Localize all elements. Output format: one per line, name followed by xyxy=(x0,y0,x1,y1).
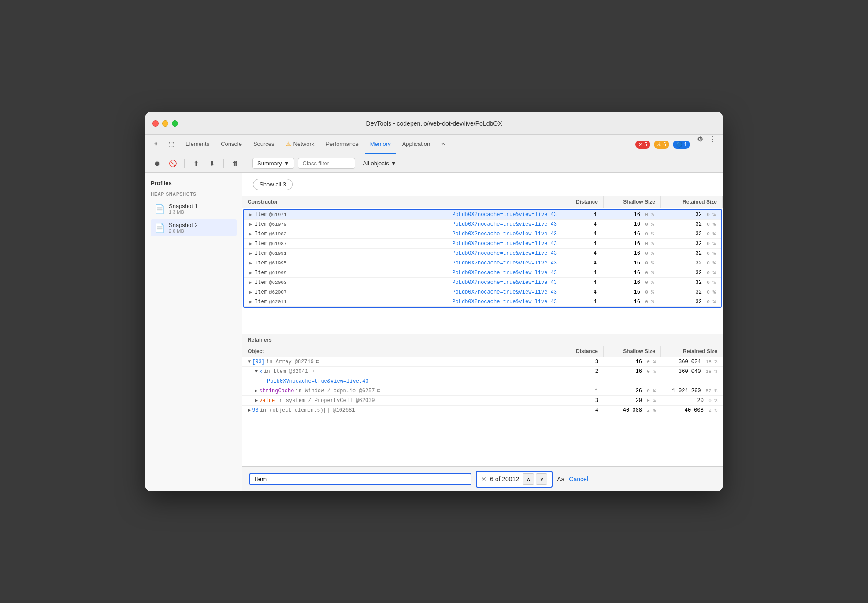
constructor-table-header: Constructor Distance Shallow Size Retain… xyxy=(242,196,723,208)
item-link[interactable]: PoLdb0X?nocache=true&view=live:43 xyxy=(452,260,557,266)
snapshot-item-2[interactable]: 📄 Snapshot 2 2.0 MB xyxy=(151,219,237,236)
upload-button[interactable]: ⬆ xyxy=(190,157,202,170)
download-button[interactable]: ⬇ xyxy=(206,157,218,170)
retainers-header: Retainers xyxy=(242,334,723,346)
table-row[interactable]: ▶ Item @61979 PoLdb0X?nocache=true&view=… xyxy=(244,220,721,229)
more-options-icon[interactable]: ⋮ xyxy=(707,135,719,154)
cursor-icon: ⌗ xyxy=(154,141,157,148)
minimize-button[interactable] xyxy=(162,120,168,127)
class-filter-input[interactable] xyxy=(298,158,355,169)
th-distance: Distance xyxy=(564,196,604,208)
show-all-button[interactable]: Show all 3 xyxy=(253,179,293,190)
table-row[interactable]: ▶ Item @61991 PoLdb0X?nocache=true&view=… xyxy=(244,249,721,258)
warning-badge[interactable]: ⚠ 6 xyxy=(654,141,669,149)
retainers-table: Object Distance Shallow Size Retained Si… xyxy=(242,346,723,466)
snapshot-info-2: Snapshot 2 2.0 MB xyxy=(169,222,233,234)
table-row[interactable]: ▶ Item @62003 PoLdb0X?nocache=true&view=… xyxy=(244,278,721,287)
tab-elements-label: Elements xyxy=(185,141,209,147)
tab-memory[interactable]: Memory xyxy=(365,135,396,154)
close-button[interactable] xyxy=(152,120,159,127)
retainer-row[interactable]: ▶ stringCache in Window / cdpn.io @6257 … xyxy=(242,386,723,396)
tab-performance[interactable]: Performance xyxy=(320,135,364,154)
table-area: Show all 3 Constructor Distance Shallow … xyxy=(242,173,723,491)
snapshot-name-1: Snapshot 1 xyxy=(169,203,233,209)
th-constructor: Constructor xyxy=(242,196,564,208)
retainer-row[interactable]: ▼ [93] in Array @82719 □ 3 16 0 % 360 02… xyxy=(242,357,723,367)
tab-network[interactable]: ⚠ Network xyxy=(281,135,320,154)
window-title: DevTools - codepen.io/web-dot-dev/live/P… xyxy=(366,120,502,127)
retainer-row[interactable]: PoLb0X?nocache=true&view=live:43 xyxy=(242,376,723,386)
item-link-0[interactable]: PoLdb0X?nocache=true&view=live:43 xyxy=(452,212,557,218)
item-link[interactable]: PoLdb0X?nocache=true&view=live:43 xyxy=(452,270,557,276)
all-objects-arrow-icon: ▼ xyxy=(391,160,397,167)
tab-application-label: Application xyxy=(402,141,430,147)
table-row[interactable]: ▶ Item @61999 PoLdb0X?nocache=true&view=… xyxy=(244,268,721,278)
expand-icon[interactable]: ▶ xyxy=(248,407,251,413)
settings-icon[interactable]: ⚙ xyxy=(694,135,706,154)
maximize-button[interactable] xyxy=(172,120,178,127)
tab-console-label: Console xyxy=(221,141,242,147)
retainer-link[interactable]: PoLb0X?nocache=true&view=live:43 xyxy=(267,378,368,384)
item-link[interactable]: PoLdb0X?nocache=true&view=live:43 xyxy=(452,289,557,295)
table-row[interactable]: ▶ Item @61995 PoLdb0X?nocache=true&view=… xyxy=(244,258,721,268)
tab-sources[interactable]: Sources xyxy=(248,135,280,154)
expand-icon-0[interactable]: ▶ xyxy=(249,212,252,217)
info-badge[interactable]: 🔵 1 xyxy=(673,141,690,149)
traffic-lights xyxy=(152,120,178,127)
tab-elements[interactable]: Elements xyxy=(180,135,215,154)
collapse-icon[interactable]: ▼ xyxy=(255,368,258,375)
expand-icon[interactable]: ▶ xyxy=(249,222,252,227)
retainer-row[interactable]: ▼ x in Item @62041 □ 2 16 0 % 360 040 18… xyxy=(242,367,723,376)
divider xyxy=(184,159,185,168)
all-objects-dropdown[interactable]: All objects ▼ xyxy=(359,158,401,168)
summary-dropdown[interactable]: Summary ▼ xyxy=(252,158,294,169)
item-link[interactable]: PoLdb0X?nocache=true&view=live:43 xyxy=(452,221,557,227)
expand-icon[interactable]: ▶ xyxy=(255,387,258,394)
item-link[interactable]: PoLdb0X?nocache=true&view=live:43 xyxy=(452,231,557,237)
retainer-row[interactable]: ▶ 93 in (object elements)[] @102681 4 40… xyxy=(242,406,723,415)
table-row[interactable]: ▶ Item @62007 PoLdb0X?nocache=true&view=… xyxy=(244,287,721,297)
show-all-container: Show all 3 xyxy=(242,173,723,196)
search-input-wrapper xyxy=(249,473,471,485)
table-row[interactable]: ▶ Item @62011 PoLdb0X?nocache=true&view=… xyxy=(244,297,721,307)
retainer-row[interactable]: ▶ value in system / PropertyCell @62039 … xyxy=(242,396,723,406)
collapse-icon[interactable]: ▼ xyxy=(248,359,251,365)
clear-button[interactable]: 🚫 xyxy=(167,157,179,170)
search-prev-button[interactable]: ∧ xyxy=(523,473,534,485)
tab-application[interactable]: Application xyxy=(397,135,436,154)
inspector-icon: ⬚ xyxy=(169,141,174,147)
item-link[interactable]: PoLdb0X?nocache=true&view=live:43 xyxy=(452,299,557,305)
main-content: Profiles HEAP SNAPSHOTS 📄 Snapshot 1 1.3… xyxy=(145,173,723,491)
divider2 xyxy=(223,159,224,168)
item-link[interactable]: PoLdb0X?nocache=true&view=live:43 xyxy=(452,241,557,247)
tab-console[interactable]: Console xyxy=(215,135,247,154)
tab-performance-label: Performance xyxy=(326,141,358,147)
expand-icon[interactable]: ▶ xyxy=(255,397,258,404)
cell-distance-0: 4 xyxy=(562,210,602,219)
retainers-table-header: Object Distance Shallow Size Retained Si… xyxy=(242,346,723,357)
sidebar-title: Profiles xyxy=(151,180,237,186)
search-cancel-button[interactable]: Cancel xyxy=(569,476,588,483)
delete-button[interactable]: 🗑 xyxy=(229,157,241,170)
tab-more[interactable]: » xyxy=(436,135,450,154)
item-link[interactable]: PoLdb0X?nocache=true&view=live:43 xyxy=(452,279,557,286)
search-next-button[interactable]: ∨ xyxy=(536,473,547,485)
search-input[interactable] xyxy=(255,476,466,483)
table-row[interactable]: ▶ Item @61987 PoLdb0X?nocache=true&view=… xyxy=(244,239,721,249)
search-match-case-button[interactable]: Aa xyxy=(557,476,564,483)
toolbar: ⏺ 🚫 ⬆ ⬇ 🗑 Summary ▼ All objects ▼ xyxy=(145,154,723,173)
record-button[interactable]: ⏺ xyxy=(151,157,163,170)
error-badge[interactable]: ✕ 5 xyxy=(635,141,650,149)
ret-th-object: Object xyxy=(242,346,564,357)
show-all-label: Show all 3 xyxy=(260,181,286,188)
search-clear-icon[interactable]: ✕ xyxy=(481,476,486,483)
table-row[interactable]: ▶ Item @61971 PoLdb0X?nocache=true&view=… xyxy=(244,210,721,220)
cell-shallow-0: 16 0 % xyxy=(602,210,659,219)
tab-inspector[interactable]: ⬚ xyxy=(163,135,179,154)
th-retained: Retained Size xyxy=(661,196,723,208)
item-link[interactable]: PoLdb0X?nocache=true&view=live:43 xyxy=(452,250,557,257)
snapshot-size-1: 1.3 MB xyxy=(169,209,233,215)
table-row[interactable]: ▶ Item @61983 PoLdb0X?nocache=true&view=… xyxy=(244,229,721,239)
tab-cursor[interactable]: ⌗ xyxy=(149,135,163,154)
snapshot-item-1[interactable]: 📄 Snapshot 1 1.3 MB xyxy=(151,200,237,217)
